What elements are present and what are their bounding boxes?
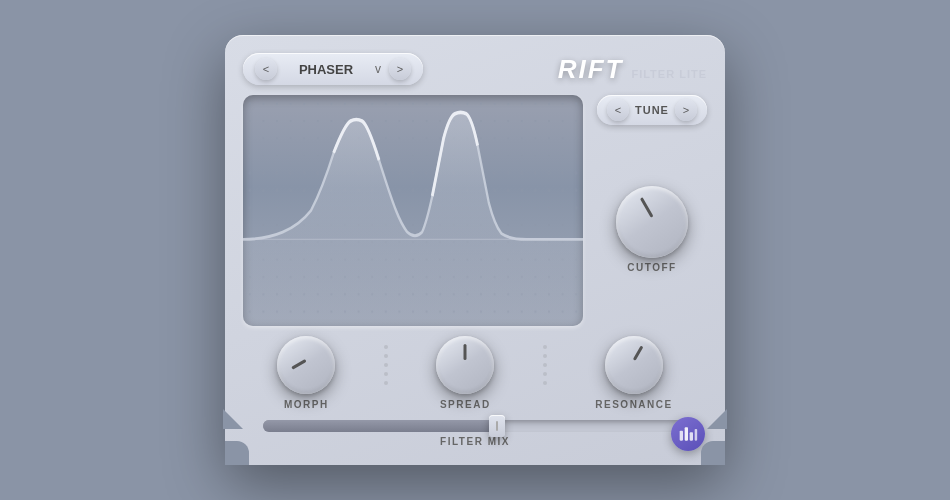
corner-notch-br [701,441,725,465]
dot [543,354,547,358]
filter-mix-label: FILTER MIX [440,436,510,447]
svg-rect-6 [695,429,698,441]
svg-rect-3 [680,431,683,441]
right-controls: < TUNE > CUTOFF [597,95,707,326]
header: < PHASER v > RIFT FILTER LITE [243,53,707,85]
slider-fill [263,420,496,432]
main-section: < TUNE > CUTOFF [243,95,707,326]
spread-knob-group: SPREAD [436,336,494,410]
cutoff-knob-group: CUTOFF [616,133,688,326]
tune-prev-button[interactable]: < [607,99,629,121]
resonance-label: RESONANCE [595,399,672,410]
bottom-knobs: MORPH SPREAD RESONANCE [243,336,707,410]
dot [384,354,388,358]
resonance-knob-indicator [633,346,644,362]
preset-next-button[interactable]: > [389,58,411,80]
morph-knob-group: MORPH [277,336,335,410]
resonance-knob[interactable] [605,336,663,394]
preset-dropdown-icon[interactable]: v [375,62,381,76]
svg-rect-5 [690,432,693,440]
dot [384,381,388,385]
logo-svg [678,424,698,444]
plugin-panel: < PHASER v > RIFT FILTER LITE [225,35,725,465]
svg-rect-4 [685,427,688,440]
tune-selector[interactable]: < TUNE > [597,95,707,125]
brand-name: RIFT [558,54,624,85]
dot [543,372,547,376]
resonance-knob-group: RESONANCE [595,336,672,410]
slider-thumb[interactable] [489,415,505,437]
spread-knob-indicator [464,344,467,360]
spread-label: SPREAD [440,399,491,410]
filter-mix-section: FILTER MIX [243,420,707,447]
morph-knob-indicator [291,359,307,370]
tune-label: TUNE [635,104,669,116]
dot [543,345,547,349]
dot [543,381,547,385]
cutoff-knob-indicator [640,197,653,217]
corner-notch-bl [225,441,249,465]
visualizer-svg [243,95,583,326]
dot [384,345,388,349]
preset-selector[interactable]: < PHASER v > [243,53,423,85]
filter-mix-slider[interactable] [263,420,687,432]
brand-subtitle: FILTER LITE [631,68,707,80]
preset-name: PHASER [285,62,367,77]
dot [384,363,388,367]
cutoff-label: CUTOFF [627,262,676,273]
visualizer [243,95,583,326]
slider-row [263,420,687,432]
cutoff-knob[interactable] [616,186,688,258]
morph-label: MORPH [284,399,329,410]
brand: RIFT FILTER LITE [558,54,707,85]
spread-knob[interactable] [436,336,494,394]
tune-next-button[interactable]: > [675,99,697,121]
morph-knob[interactable] [277,336,335,394]
preset-prev-button[interactable]: < [255,58,277,80]
separator-2 [543,345,547,410]
separator-1 [384,345,388,410]
logo-icon[interactable] [671,417,705,451]
dot [384,372,388,376]
dot [543,363,547,367]
